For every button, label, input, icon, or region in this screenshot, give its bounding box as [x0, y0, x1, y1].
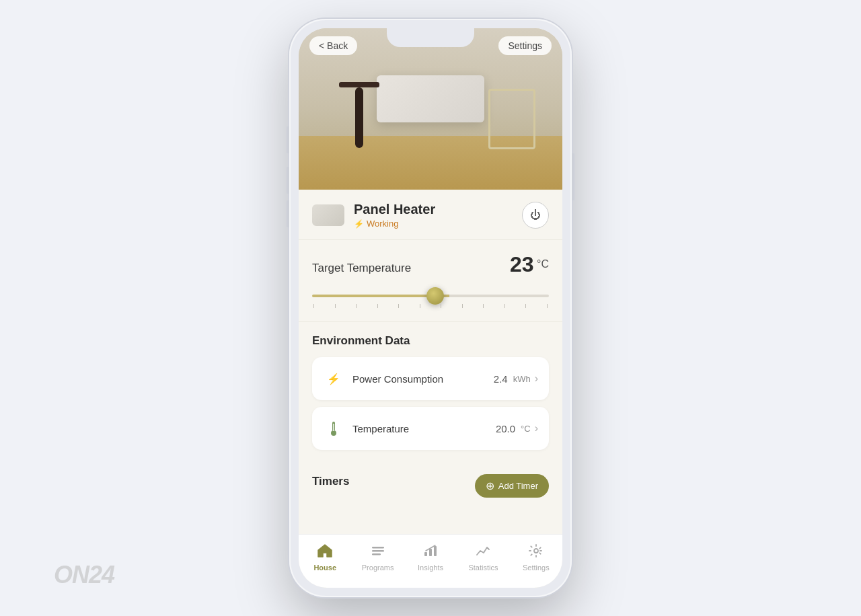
- chevron-right-icon: ›: [535, 373, 538, 385]
- nav-item-settings[interactable]: Settings: [510, 541, 562, 574]
- tick-8: [462, 304, 463, 308]
- table-top: [339, 82, 379, 87]
- temperature-card-label: Temperature: [352, 423, 496, 434]
- add-timer-label: Add Timer: [498, 481, 538, 491]
- house-icon: [317, 544, 332, 561]
- device-info: Panel Heater ⚡ Working: [354, 202, 522, 229]
- table-leg: [355, 87, 363, 148]
- tick-4: [377, 304, 378, 308]
- thermometer-icon: [323, 418, 344, 439]
- temperature-label: Target Temperature: [312, 262, 411, 275]
- svg-rect-4: [372, 550, 384, 552]
- side-table: [339, 82, 379, 149]
- tick-1: [313, 304, 314, 308]
- svg-point-1: [331, 430, 336, 436]
- tick-2: [335, 304, 336, 308]
- nav-label-settings: Settings: [523, 564, 550, 572]
- scroll-content: Panel Heater ⚡ Working ⏻ Target Temperat…: [299, 190, 562, 588]
- nav-label-programs: Programs: [362, 564, 394, 572]
- temperature-value: 23: [510, 252, 534, 276]
- tick-6: [420, 304, 420, 308]
- device-status-text: Working: [367, 219, 398, 229]
- tick-12: [547, 304, 548, 308]
- tick-11: [525, 304, 526, 308]
- heater-panel: [377, 75, 484, 122]
- timers-header: Timers ⊕ Add Timer: [312, 474, 549, 498]
- phone-notch: [387, 28, 474, 47]
- tick-7: [441, 304, 441, 308]
- svg-rect-8: [434, 546, 437, 556]
- watermark: ON24: [54, 561, 114, 589]
- settings-icon: [529, 544, 544, 561]
- tick-10: [504, 304, 505, 308]
- power-consumption-card[interactable]: ⚡ Power Consumption 2.4 kWh ›: [312, 357, 549, 400]
- temperature-display: 23 °C: [510, 252, 549, 277]
- slider-container: [312, 288, 549, 308]
- bottom-nav: House Programs: [299, 534, 562, 588]
- nav-label-insights: Insights: [418, 564, 443, 572]
- temperature-card[interactable]: Temperature 20.0 °C ›: [312, 407, 549, 450]
- device-header: Panel Heater ⚡ Working ⏻: [299, 190, 562, 240]
- settings-button[interactable]: Settings: [498, 36, 552, 55]
- nav-item-statistics[interactable]: Statistics: [457, 541, 509, 574]
- svg-rect-7: [429, 549, 432, 556]
- temperature-header: Target Temperature 23 °C: [312, 252, 549, 277]
- power-button[interactable]: ⏻: [522, 202, 549, 229]
- temperature-card-value: 20.0: [496, 423, 515, 434]
- phone-frame: < Back Settings Panel Heater ⚡ Working ⏻: [289, 19, 572, 597]
- tick-9: [483, 304, 484, 308]
- nav-label-house: House: [313, 564, 336, 572]
- nav-item-insights[interactable]: Insights: [404, 541, 457, 574]
- tick-5: [398, 304, 399, 308]
- svg-rect-3: [372, 547, 384, 549]
- temperature-section: Target Temperature 23 °C: [299, 240, 562, 322]
- power-icon: ⏻: [530, 209, 541, 221]
- nav-item-house[interactable]: House: [299, 541, 351, 574]
- power-consumption-value: 2.4: [494, 373, 508, 385]
- device-status: ⚡ Working: [354, 219, 522, 229]
- nav-item-programs[interactable]: Programs: [351, 541, 404, 574]
- svg-rect-6: [424, 552, 427, 556]
- insights-icon: [423, 544, 438, 561]
- environment-section: Environment Data ⚡ Power Consumption 2.4…: [299, 322, 562, 463]
- add-timer-button[interactable]: ⊕ Add Timer: [475, 474, 549, 498]
- chevron-right-icon-2: ›: [535, 422, 538, 434]
- timers-section: Timers ⊕ Add Timer: [299, 463, 562, 518]
- back-button[interactable]: < Back: [309, 36, 357, 55]
- timers-title: Timers: [312, 475, 349, 488]
- device-icon: [312, 204, 344, 226]
- svg-point-9: [534, 549, 538, 553]
- power-icon: ⚡: [323, 368, 344, 389]
- power-consumption-unit: kWh: [513, 374, 531, 384]
- temperature-slider[interactable]: [312, 295, 549, 297]
- lightning-icon: ⚡: [354, 219, 364, 229]
- nav-label-statistics: Statistics: [468, 564, 498, 572]
- power-consumption-label: Power Consumption: [352, 373, 494, 385]
- programs-icon: [371, 544, 385, 561]
- environment-title: Environment Data: [312, 334, 549, 348]
- svg-rect-5: [372, 553, 381, 555]
- statistics-icon: [476, 544, 490, 561]
- hero-image: < Back Settings: [299, 28, 562, 190]
- temperature-unit: °C: [537, 258, 549, 270]
- phone-screen: < Back Settings Panel Heater ⚡ Working ⏻: [299, 28, 562, 588]
- device-name: Panel Heater: [354, 202, 522, 217]
- temperature-card-unit: °C: [521, 424, 531, 434]
- plus-circle-icon: ⊕: [486, 479, 494, 492]
- chair: [488, 89, 535, 149]
- tick-3: [356, 304, 357, 308]
